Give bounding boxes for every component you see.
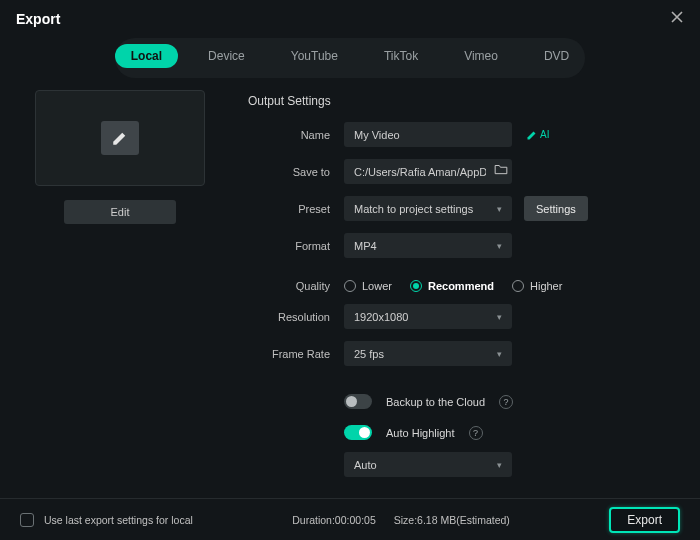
saveto-field[interactable] — [344, 159, 512, 184]
pencil-icon — [111, 129, 129, 147]
window-title: Export — [16, 11, 60, 27]
framerate-label: Frame Rate — [248, 348, 344, 360]
duration-readout: Duration:00:00:05 — [292, 514, 375, 526]
backup-cloud-label: Backup to the Cloud — [386, 396, 485, 408]
chevron-down-icon: ▾ — [497, 460, 502, 470]
use-last-checkbox[interactable] — [20, 513, 34, 527]
close-icon[interactable] — [670, 10, 684, 28]
tab-tiktok[interactable]: TikTok — [368, 44, 434, 68]
folder-icon[interactable] — [490, 163, 512, 175]
backup-cloud-toggle[interactable] — [344, 394, 372, 409]
footer: Use last export settings for local Durat… — [0, 498, 700, 540]
auto-highlight-toggle[interactable] — [344, 425, 372, 440]
format-label: Format — [248, 240, 344, 252]
auto-highlight-mode-select[interactable]: Auto ▾ — [344, 452, 512, 477]
quality-label: Quality — [248, 280, 344, 292]
name-label: Name — [248, 129, 344, 141]
section-title: Output Settings — [248, 94, 662, 108]
help-icon[interactable]: ? — [499, 395, 513, 409]
output-settings: Output Settings Name AI Save to — [220, 90, 690, 498]
chevron-down-icon: ▾ — [497, 312, 502, 322]
edit-button[interactable]: Edit — [64, 200, 176, 224]
preset-settings-button[interactable]: Settings — [524, 196, 588, 221]
use-last-label: Use last export settings for local — [44, 514, 193, 526]
tab-youtube[interactable]: YouTube — [275, 44, 354, 68]
ai-rename-icon[interactable]: AI — [526, 129, 549, 141]
preset-select[interactable]: Match to project settings ▾ — [344, 196, 512, 221]
preset-label: Preset — [248, 203, 344, 215]
export-button[interactable]: Export — [609, 507, 680, 533]
tab-device[interactable]: Device — [192, 44, 261, 68]
quality-radio-group: Lower Recommend Higher — [344, 280, 562, 292]
saveto-label: Save to — [248, 166, 344, 178]
chevron-down-icon: ▾ — [497, 204, 502, 214]
auto-highlight-label: Auto Highlight — [386, 427, 455, 439]
resolution-label: Resolution — [248, 311, 344, 323]
video-thumbnail[interactable] — [35, 90, 205, 186]
export-tabs: Local Device YouTube TikTok Vimeo DVD — [115, 38, 586, 78]
titlebar: Export — [0, 0, 700, 38]
tab-local[interactable]: Local — [115, 44, 178, 68]
format-select[interactable]: MP4 ▾ — [344, 233, 512, 258]
framerate-select[interactable]: 25 fps ▾ — [344, 341, 512, 366]
chevron-down-icon: ▾ — [497, 241, 502, 251]
quality-recommend[interactable]: Recommend — [410, 280, 494, 292]
tab-vimeo[interactable]: Vimeo — [448, 44, 514, 68]
quality-lower[interactable]: Lower — [344, 280, 392, 292]
resolution-select[interactable]: 1920x1080 ▾ — [344, 304, 512, 329]
export-dialog: Export Local Device YouTube TikTok Vimeo… — [0, 0, 700, 540]
preview-column: Edit — [20, 90, 220, 498]
tab-dvd[interactable]: DVD — [528, 44, 585, 68]
help-icon[interactable]: ? — [469, 426, 483, 440]
quality-higher[interactable]: Higher — [512, 280, 562, 292]
chevron-down-icon: ▾ — [497, 349, 502, 359]
name-field[interactable] — [344, 122, 512, 147]
size-readout: Size:6.18 MB(Estimated) — [394, 514, 510, 526]
